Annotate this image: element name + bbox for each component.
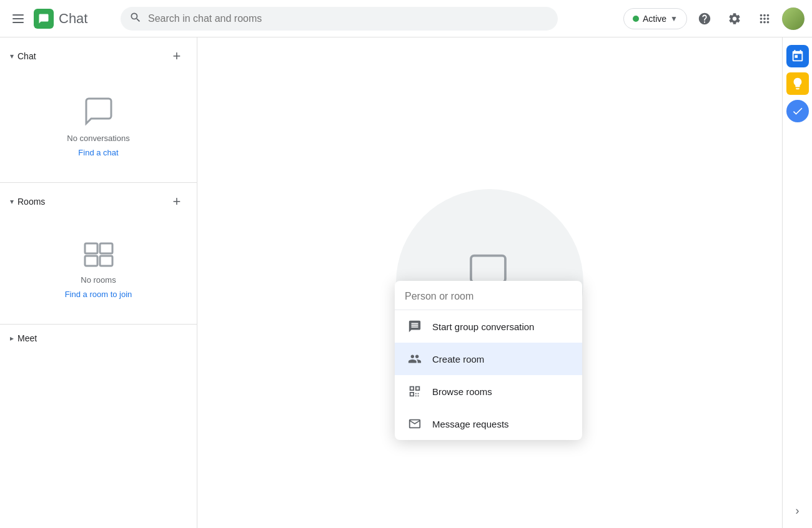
dropdown-search-area	[395, 281, 582, 310]
browse-rooms-icon	[407, 384, 422, 399]
add-chat-button[interactable]: +	[167, 46, 187, 66]
chat-chevron-icon: ▾	[10, 52, 14, 61]
find-chat-link[interactable]: Find a chat	[78, 148, 118, 157]
svg-rect-4	[471, 255, 505, 282]
person-or-room-input[interactable]	[405, 291, 572, 302]
app-logo	[34, 9, 54, 29]
message-requests-item[interactable]: Message requests	[395, 408, 582, 440]
meet-section-header[interactable]: ▸ Meet	[10, 333, 187, 343]
chat-section-title-wrap: ▾ Chat	[10, 51, 36, 61]
group-chat-icon	[407, 319, 422, 334]
chat-section-header[interactable]: ▾ Chat +	[0, 37, 197, 71]
start-group-conversation-item[interactable]: Start group conversation	[395, 310, 582, 343]
tasks-app-button[interactable]	[786, 100, 809, 122]
chat-section-title: Chat	[17, 51, 36, 61]
main-content: No conversation selected Start group con…	[197, 37, 782, 528]
apps-grid-icon-button[interactable]	[752, 6, 777, 31]
topbar-left: Chat	[7, 9, 87, 29]
no-conversations-text: No conversations	[67, 134, 129, 143]
active-status-label: Active	[643, 14, 666, 24]
browse-rooms-item[interactable]: Browse rooms	[395, 375, 582, 408]
avatar	[782, 7, 805, 30]
search-icon	[129, 11, 142, 26]
no-conversations-icon	[84, 96, 114, 126]
rooms-section-title-wrap: ▾ Rooms	[10, 197, 45, 207]
search-input[interactable]	[121, 7, 558, 31]
active-status-dot	[633, 16, 639, 22]
search-bar	[121, 7, 558, 31]
create-room-icon	[407, 351, 422, 366]
svg-rect-0	[85, 243, 97, 253]
svg-rect-1	[100, 243, 112, 253]
meet-chevron-icon: ▸	[10, 334, 14, 343]
message-requests-icon	[407, 416, 422, 431]
hamburger-menu-button[interactable]	[7, 9, 29, 28]
main-layout: ▾ Chat + No conversations Find a chat ▾ …	[0, 37, 812, 528]
app-name: Chat	[59, 11, 87, 27]
chat-empty-state: No conversations Find a chat	[0, 71, 197, 182]
topbar-right: Active ▼	[623, 6, 805, 31]
no-rooms-text: No rooms	[81, 275, 116, 285]
right-apps-panel: ›	[782, 37, 812, 528]
rooms-empty-state: No rooms Find a room to join	[0, 217, 197, 324]
meet-section-title: Meet	[17, 333, 37, 343]
keep-app-button[interactable]	[786, 72, 809, 95]
active-status-button[interactable]: Active ▼	[623, 8, 687, 29]
right-panel-collapse-button[interactable]: ›	[785, 498, 810, 523]
new-chat-dropdown: Start group conversation Create room Bro…	[395, 281, 582, 440]
no-rooms-icon	[84, 242, 114, 268]
svg-rect-2	[85, 256, 97, 266]
sidebar: ▾ Chat + No conversations Find a chat ▾ …	[0, 37, 197, 528]
rooms-section-header[interactable]: ▾ Rooms +	[0, 183, 197, 217]
message-requests-label: Message requests	[432, 419, 509, 429]
browse-rooms-label: Browse rooms	[432, 386, 492, 397]
rooms-section-title: Rooms	[17, 197, 45, 207]
rooms-chevron-icon: ▾	[10, 197, 14, 206]
svg-rect-3	[100, 256, 112, 266]
find-room-link[interactable]: Find a room to join	[65, 290, 132, 299]
settings-icon-button[interactable]	[722, 6, 747, 31]
chevron-down-icon: ▼	[670, 14, 678, 23]
start-group-label: Start group conversation	[432, 321, 534, 332]
topbar: Chat Active ▼	[0, 0, 812, 37]
create-room-label: Create room	[432, 354, 484, 364]
calendar-app-button[interactable]	[786, 45, 809, 67]
help-icon-button[interactable]	[692, 6, 717, 31]
user-avatar-button[interactable]	[782, 7, 805, 30]
add-room-button[interactable]: +	[167, 192, 187, 212]
create-room-item[interactable]: Create room	[395, 343, 582, 375]
meet-section: ▸ Meet	[0, 325, 197, 352]
